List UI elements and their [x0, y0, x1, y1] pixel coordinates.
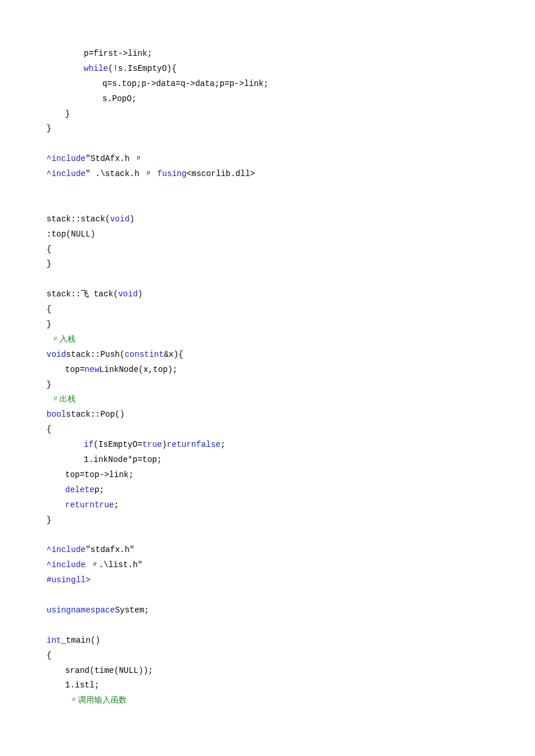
code-token: (IsEmptyO=: [94, 440, 142, 449]
code-line: }: [47, 317, 535, 332]
code-line: top=top->link;: [47, 468, 535, 483]
code-line: [47, 272, 535, 287]
code-line: 〃出栈: [47, 392, 535, 407]
code-line: int_tmain(): [47, 633, 535, 648]
keyword-token: returntrue: [65, 500, 114, 510]
code-token: ;: [220, 440, 225, 449]
code-line: {: [47, 242, 535, 257]
code-line: 1.istl;: [47, 678, 535, 693]
code-line: {: [47, 648, 535, 664]
keyword-token: delete: [65, 485, 94, 495]
code-line: #usingll>: [47, 573, 535, 588]
keyword-token: void: [47, 350, 66, 359]
keyword-token: int: [47, 636, 61, 645]
code-line: }: [47, 107, 535, 122]
keyword-token: void: [110, 214, 130, 224]
code-line: p=first->link;: [47, 46, 535, 62]
code-line: while(!s.IsEmptyO){: [47, 62, 535, 77]
keyword-token: ^include: [47, 169, 85, 178]
code-line: [47, 137, 535, 152]
code-line: ^include"StdAfx.h 〃: [47, 152, 535, 167]
code-token: }: [47, 320, 51, 329]
keyword-token: usingnamespace: [47, 605, 115, 615]
code-line: 〃入栈: [47, 332, 535, 347]
code-line: if(IsEmptyO=true)returnfalse;: [47, 438, 535, 453]
code-line: returntrue;: [47, 498, 535, 513]
code-token: _tmain(): [61, 636, 100, 645]
code-token: }: [65, 109, 70, 119]
code-token: stack::飞 tack(: [47, 289, 118, 299]
code-token: p;: [94, 485, 104, 495]
code-token: {: [47, 304, 51, 314]
code-token: "StdAfx.h 〃: [85, 154, 142, 163]
code-token: :top(NULL): [47, 230, 95, 239]
code-token: p=first->link;: [84, 49, 152, 58]
code-line: stack::飞 tack(void): [47, 287, 535, 302]
keyword-token: void: [118, 289, 138, 299]
code-container: p=first->link;while(!s.IsEmptyO){q=s.top…: [47, 46, 535, 708]
code-token: ): [162, 440, 166, 449]
code-token: System;: [115, 605, 149, 615]
code-line: }: [47, 378, 535, 393]
code-token: top=top->link;: [65, 470, 134, 479]
code-line: [47, 528, 535, 543]
keyword-token: true: [142, 440, 162, 449]
code-token: {: [47, 245, 51, 254]
code-token: stack::Push(: [66, 350, 125, 359]
code-token: {: [47, 425, 51, 434]
code-line: 〃调用输入函数: [47, 693, 535, 708]
comment-token: 〃入栈: [47, 335, 76, 344]
code-line: top=newLinkNode(x,top);: [47, 363, 535, 378]
code-line: }: [47, 513, 535, 528]
code-token: 〃.\list.h": [91, 560, 143, 569]
keyword-token: constint: [124, 350, 163, 359]
code-token: }: [47, 124, 51, 133]
code-line: [47, 588, 535, 603]
code-line: ^include 〃.\list.h": [47, 558, 535, 573]
code-line: [47, 197, 535, 212]
code-token: }: [47, 380, 51, 389]
code-token: &x){: [164, 350, 184, 359]
code-token: srand(time(NULL));: [65, 666, 153, 675]
code-line: s.PopO;: [47, 92, 535, 107]
keyword-token: while: [84, 64, 108, 73]
code-token: top=: [65, 365, 85, 374]
code-token: "stdafx.h": [85, 545, 134, 554]
code-token: LinkNode(x,top);: [99, 365, 177, 374]
code-token: {: [47, 651, 51, 660]
code-token: }: [47, 259, 51, 268]
keyword-token: ^include: [47, 154, 85, 163]
comment-token: 〃出栈: [47, 395, 76, 404]
code-token: " .\stack.h 〃: [85, 169, 157, 178]
keyword-token: #usingll>: [47, 575, 91, 585]
code-line: }: [47, 121, 535, 137]
code-token: stack::Pop(): [66, 410, 125, 419]
code-line: 1.inkNode*p=top;: [47, 453, 535, 468]
code-token: ): [138, 289, 142, 299]
code-token: stack::stack(: [47, 214, 110, 224]
code-token: 1.inkNode*p=top;: [84, 455, 162, 464]
code-line: {: [47, 422, 535, 438]
code-line: boolstack::Pop(): [47, 407, 535, 422]
keyword-token: ^include: [47, 545, 85, 554]
code-line: deletep;: [47, 483, 535, 498]
code-line: srand(time(NULL));: [47, 664, 535, 679]
code-token: 1.istl;: [65, 680, 99, 690]
code-token: <mscorlib.dll>: [187, 169, 255, 178]
code-line: [47, 182, 535, 197]
code-line: q=s.top;p->data=q->data;p=p->link;: [47, 77, 535, 92]
code-line: {: [47, 302, 535, 317]
code-line: ^include"stdafx.h": [47, 543, 535, 558]
code-line: }: [47, 257, 535, 272]
code-line: usingnamespaceSystem;: [47, 603, 535, 618]
code-line: stack::stack(void): [47, 212, 535, 227]
code-token: }: [47, 515, 51, 525]
keyword-token: if: [84, 440, 94, 449]
code-line: [47, 618, 535, 633]
keyword-token: ^include: [47, 560, 91, 569]
code-line: ^include" .\stack.h 〃 fusing<mscorlib.dl…: [47, 167, 535, 182]
code-line: voidstack::Push(constint&x){: [47, 347, 535, 363]
code-token: ): [130, 214, 134, 224]
keyword-token: returnfalse: [167, 440, 220, 449]
keyword-token: bool: [47, 410, 66, 419]
